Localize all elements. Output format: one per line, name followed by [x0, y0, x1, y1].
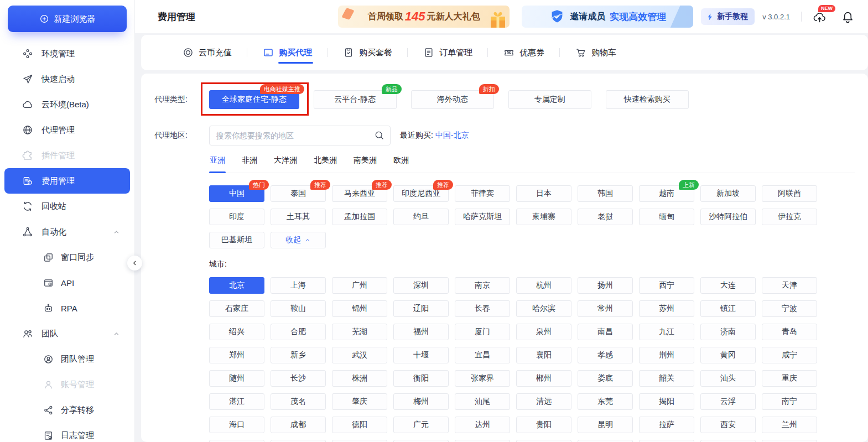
city-chip[interactable]: 芜湖	[332, 324, 387, 340]
continent-tab[interactable]: 欧洲	[393, 155, 409, 173]
continent-tab[interactable]: 北美洲	[313, 155, 337, 173]
sidebar-item[interactable]: 分享转移	[4, 397, 130, 423]
continent-tab[interactable]: 大洋洲	[273, 155, 298, 173]
country-chip[interactable]: 哈萨克斯坦	[455, 209, 510, 225]
city-chip[interactable]: 厦门	[455, 324, 510, 340]
city-chip[interactable]: 太原	[332, 440, 387, 442]
city-chip[interactable]: 德阳	[332, 417, 387, 433]
city-chip[interactable]: 茂名	[271, 393, 326, 410]
city-chip[interactable]: 昆明	[578, 417, 633, 433]
billing-tab[interactable]: 购买套餐	[343, 35, 392, 70]
sidebar-item[interactable]: 日志管理	[4, 423, 130, 442]
sidebar-item[interactable]: 环境管理	[4, 41, 130, 66]
country-chip[interactable]: 收起	[271, 232, 326, 248]
city-chip[interactable]: 绍兴	[209, 324, 264, 340]
billing-tab[interactable]: 订单管理	[423, 35, 472, 70]
sidebar-item[interactable]: API	[4, 270, 130, 295]
sidebar-item[interactable]: RPA	[4, 295, 130, 321]
city-chip[interactable]: 合肥	[271, 324, 326, 340]
city-chip[interactable]: 广元	[393, 417, 449, 433]
sidebar-item[interactable]: 团队	[4, 321, 130, 346]
city-chip[interactable]: 宁波	[762, 300, 817, 317]
country-chip[interactable]: 伊拉克	[762, 209, 817, 225]
city-chip[interactable]: 大连	[700, 277, 756, 294]
sidebar-item[interactable]: 窗口同步	[4, 245, 130, 270]
city-chip[interactable]: 沈阳	[393, 440, 449, 442]
sidebar-item[interactable]: 账号管理	[4, 372, 130, 397]
city-chip[interactable]: 随州	[209, 370, 264, 387]
city-chip[interactable]: 吉安	[639, 440, 694, 442]
country-chip[interactable]: 约旦	[393, 209, 449, 225]
city-chip[interactable]: 张家界	[455, 370, 510, 387]
continent-tab[interactable]: 南美洲	[353, 155, 377, 173]
sidebar-item[interactable]: 费用管理	[4, 168, 130, 194]
sidebar-item[interactable]: 代理管理	[4, 117, 130, 143]
sidebar-collapse-handle[interactable]	[127, 256, 142, 271]
city-chip[interactable]: 杭州	[516, 277, 571, 294]
city-chip[interactable]: 海口	[209, 417, 264, 433]
billing-tab[interactable]: 购买代理	[263, 35, 312, 70]
city-chip[interactable]: 乌兰察布	[762, 440, 817, 442]
country-chip[interactable]: 阿联酋	[762, 185, 817, 202]
country-chip[interactable]: 柬埔寨	[516, 209, 571, 225]
newcomer-gift-banner[interactable]: 首周领取 145 元新人大礼包	[338, 6, 510, 28]
continent-tab[interactable]: 亚洲	[209, 155, 226, 173]
city-chip[interactable]: 济南	[700, 324, 756, 340]
city-chip[interactable]: 哈尔滨	[516, 300, 571, 317]
country-chip[interactable]: 孟加拉国	[332, 209, 387, 225]
country-chip[interactable]: 缅甸	[639, 209, 694, 225]
city-chip[interactable]: 辽阳	[393, 300, 449, 317]
city-chip[interactable]: 西宁	[639, 277, 694, 294]
sidebar-item[interactable]: 团队管理	[4, 346, 130, 372]
city-chip[interactable]: 青岛	[762, 324, 817, 340]
city-chip[interactable]: 湘西	[700, 440, 756, 442]
city-chip[interactable]: 清远	[516, 393, 571, 410]
country-chip[interactable]: 沙特阿拉伯	[700, 209, 756, 225]
city-chip[interactable]: 泉州	[516, 324, 571, 340]
city-chip[interactable]: 东莞	[578, 393, 633, 410]
invite-members-banner[interactable]: 邀请成员 实现高效管理	[522, 6, 693, 28]
city-chip[interactable]: 长沙	[271, 370, 326, 387]
country-chip[interactable]: 泰国 推荐	[271, 185, 326, 202]
city-chip[interactable]: 株洲	[332, 370, 387, 387]
country-chip[interactable]: 日本	[516, 185, 571, 202]
billing-tab[interactable]: 云币充值	[183, 35, 232, 70]
country-chip[interactable]: 马来西亚 推荐	[332, 185, 387, 202]
city-chip[interactable]: 上海	[271, 277, 326, 294]
country-chip[interactable]: 新加坡	[700, 185, 756, 202]
country-chip[interactable]: 巴基斯坦	[209, 232, 264, 248]
city-chip[interactable]: 荆州	[639, 347, 694, 363]
city-chip[interactable]: 新乡	[271, 347, 326, 363]
city-chip[interactable]: 宜昌	[455, 347, 510, 363]
city-chip[interactable]: 福州	[393, 324, 449, 340]
city-chip[interactable]: 成都	[271, 417, 326, 433]
city-chip[interactable]: 襄阳	[516, 347, 571, 363]
new-browser-button[interactable]: 新建浏览器	[8, 6, 127, 32]
city-chip[interactable]: 十堰	[393, 347, 449, 363]
city-chip[interactable]: 锦州	[332, 300, 387, 317]
city-chip[interactable]: 广州	[332, 277, 387, 294]
country-chip[interactable]: 越南 上新	[639, 185, 694, 202]
continent-tab[interactable]: 非洲	[241, 155, 258, 173]
city-chip[interactable]: 孝感	[578, 347, 633, 363]
billing-tab[interactable]: 购物车	[575, 35, 616, 70]
tutorial-button[interactable]: 新手教程	[701, 8, 755, 25]
city-chip[interactable]: 北京	[209, 277, 264, 294]
city-chip[interactable]: 肇庆	[332, 393, 387, 410]
city-chip[interactable]: 佛山	[516, 440, 571, 442]
notifications-button[interactable]	[841, 10, 855, 24]
city-chip[interactable]: 汕尾	[455, 393, 510, 410]
city-chip[interactable]: 贵阳	[516, 417, 571, 433]
city-chip[interactable]: 娄底	[578, 370, 633, 387]
sidebar-item[interactable]: 快速启动	[4, 66, 130, 92]
search-icon[interactable]	[374, 130, 384, 141]
country-chip[interactable]: 韩国	[578, 185, 633, 202]
city-chip[interactable]: 怀化	[578, 440, 633, 442]
city-chip[interactable]: 汕头	[700, 370, 756, 387]
city-chip[interactable]: 呼和浩特	[455, 440, 510, 442]
cloud-sync-button[interactable]: NEW	[813, 10, 827, 24]
city-chip[interactable]: 韶关	[639, 370, 694, 387]
city-chip[interactable]: 梅州	[393, 393, 449, 410]
sidebar-item[interactable]: 云环境(Beta)	[4, 92, 130, 117]
country-chip[interactable]: 菲律宾	[455, 185, 510, 202]
